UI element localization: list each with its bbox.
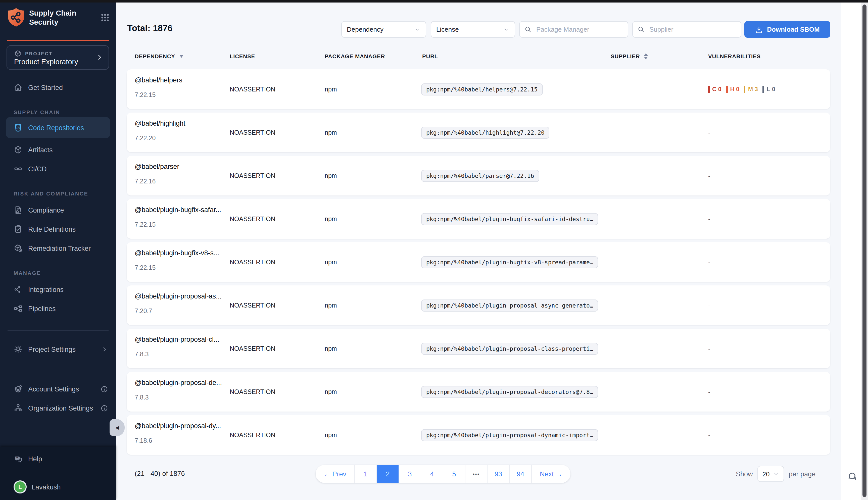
package-manager-search[interactable] bbox=[519, 21, 628, 38]
table-row[interactable]: @babel/plugin-bugfix-safar... 7.22.15 NO… bbox=[127, 199, 830, 239]
sidebar-item-help[interactable]: ? Help bbox=[0, 450, 116, 468]
dependency-version: 7.20.7 bbox=[135, 308, 152, 315]
vulnerabilities-cell: - bbox=[708, 345, 710, 352]
page-button[interactable]: ← Prev bbox=[316, 465, 355, 483]
sidebar-item-compliance[interactable]: Compliance bbox=[0, 201, 116, 219]
user-menu[interactable]: L Lavakush bbox=[0, 478, 116, 496]
sidebar-item-code-repositories[interactable]: </> Code Repositories bbox=[6, 117, 110, 138]
svg-text:?: ? bbox=[16, 456, 18, 459]
table-body: @babel/helpers 7.22.15 NOASSERTION npm p… bbox=[127, 69, 830, 458]
license-cell: NOASSERTION bbox=[230, 345, 275, 352]
page-button[interactable]: ••• bbox=[465, 465, 488, 483]
info-icon[interactable] bbox=[101, 404, 108, 412]
brand-divider bbox=[7, 40, 109, 41]
sidebar-collapse-handle[interactable]: ◀ bbox=[110, 419, 125, 436]
table-row[interactable]: @babel/plugin-proposal-dy... 7.18.6 NOAS… bbox=[127, 415, 830, 455]
vulnerabilities-cell: - bbox=[708, 431, 710, 439]
vulnerabilities-cell: - bbox=[708, 172, 710, 179]
sidebar-item-account-settings[interactable]: Account Settings bbox=[0, 379, 116, 398]
sidebar-item-artifacts[interactable]: Artifacts bbox=[0, 140, 116, 159]
package-manager-cell: npm bbox=[325, 86, 337, 93]
dependency-name: @babel/plugin-proposal-as... bbox=[135, 293, 222, 300]
column-header-vulnerabilities: VULNERABILITIES bbox=[708, 53, 761, 59]
sidebar-item-cicd[interactable]: CI/CD bbox=[0, 159, 116, 178]
vuln-low-chip: L0 bbox=[763, 86, 776, 93]
purl-cell: pkg:npm/%40babel/plugin-bugfix-safari-id… bbox=[421, 215, 598, 223]
dependency-name: @babel/plugin-proposal-de... bbox=[135, 379, 222, 386]
purl-badge: pkg:npm/%40babel/plugin-bugfix-v8-spread… bbox=[421, 256, 598, 268]
infinity-icon bbox=[14, 164, 23, 173]
page-button[interactable]: 1 bbox=[355, 465, 377, 483]
sidebar-item-label: Organization Settings bbox=[28, 404, 93, 412]
column-header-dependency[interactable]: DEPENDENCY bbox=[135, 53, 184, 59]
page-button[interactable]: 94 bbox=[510, 465, 532, 483]
right-side-strip bbox=[841, 2, 861, 500]
purl-badge: pkg:npm/%40babel/highlight@7.22.20 bbox=[421, 126, 550, 138]
pagination-range: (21 - 40) of 1876 bbox=[135, 470, 185, 477]
sidebar-item-label: Rule Definitions bbox=[28, 225, 76, 233]
sidebar-item-label: Artifacts bbox=[28, 146, 53, 154]
scrollbar-thumb[interactable] bbox=[863, 4, 867, 497]
license-filter-select[interactable]: License bbox=[431, 21, 515, 38]
svg-text:</>: </> bbox=[15, 126, 21, 130]
page-size-select[interactable]: 20 bbox=[757, 466, 784, 482]
info-icon[interactable] bbox=[101, 385, 108, 393]
sidebar-item-remediation-tracker[interactable]: Remediation Tracker bbox=[0, 239, 116, 258]
page-button[interactable]: 5 bbox=[443, 465, 465, 483]
purl-badge: pkg:npm/%40babel/plugin-proposal-decorat… bbox=[421, 386, 598, 398]
project-name: Product Exploratory bbox=[14, 58, 78, 66]
dependency-name: @babel/helpers bbox=[135, 76, 182, 84]
sidebar-item-label: Pipelines bbox=[28, 305, 56, 312]
package-manager-input[interactable] bbox=[535, 25, 623, 34]
download-sbom-button[interactable]: Download SBOM bbox=[744, 21, 830, 38]
vuln-critical-chip: C0 bbox=[708, 86, 721, 93]
table-row[interactable]: @babel/helpers 7.22.15 NOASSERTION npm p… bbox=[127, 69, 830, 109]
dependency-version: 7.8.3 bbox=[135, 394, 149, 401]
vuln-empty: - bbox=[708, 431, 710, 439]
dependency-version: 7.22.20 bbox=[135, 135, 156, 142]
sidebar-item-rule-definitions[interactable]: Rule Definitions bbox=[0, 219, 116, 239]
table-row[interactable]: @babel/plugin-proposal-de... 7.8.3 NOASS… bbox=[127, 372, 830, 411]
supplier-search[interactable] bbox=[632, 21, 741, 38]
box-icon bbox=[14, 145, 23, 154]
sidebar-item-label: Get Started bbox=[28, 84, 63, 91]
sidebar-item-organization-settings[interactable]: Organization Settings bbox=[0, 398, 116, 418]
vulnerabilities-cell: - bbox=[708, 215, 710, 223]
page-button[interactable]: 3 bbox=[399, 465, 421, 483]
feedback-chat-icon[interactable] bbox=[846, 471, 857, 482]
search-icon bbox=[637, 26, 645, 33]
package-manager-cell: npm bbox=[325, 172, 337, 179]
sidebar-item-pipelines[interactable]: Pipelines bbox=[0, 299, 116, 318]
sidebar-item-get-started[interactable]: Get Started bbox=[0, 78, 116, 97]
scrollbar-track[interactable] bbox=[861, 2, 868, 500]
vuln-medium-chip: M3 bbox=[744, 86, 758, 93]
avatar: L bbox=[14, 480, 27, 493]
table-row[interactable]: @babel/highlight 7.22.20 NOASSERTION npm… bbox=[127, 113, 830, 152]
table-row[interactable]: @babel/parser 7.22.16 NOASSERTION npm pk… bbox=[127, 156, 830, 195]
apps-grid-icon[interactable] bbox=[100, 13, 110, 23]
collapse-arrow-icon: ◀ bbox=[115, 425, 119, 430]
table-row[interactable]: @babel/plugin-proposal-cl... 7.8.3 NOASS… bbox=[127, 329, 830, 368]
page-button[interactable]: Next → bbox=[532, 465, 570, 483]
dependency-filter-select[interactable]: Dependency bbox=[341, 21, 426, 38]
page-button[interactable]: 4 bbox=[421, 465, 443, 483]
purl-cell: pkg:npm/%40babel/plugin-proposal-decorat… bbox=[421, 388, 598, 395]
dependency-name: @babel/highlight bbox=[135, 120, 185, 127]
license-cell: NOASSERTION bbox=[230, 388, 275, 395]
sidebar-item-project-settings[interactable]: Project Settings bbox=[0, 340, 116, 359]
project-selector[interactable]: PROJECT Product Exploratory bbox=[7, 45, 109, 70]
column-header-supplier[interactable]: SUPPLIER bbox=[611, 53, 648, 59]
table-row[interactable]: @babel/plugin-bugfix-v8-s... 7.22.15 NOA… bbox=[127, 242, 830, 282]
sidebar-item-label: Project Settings bbox=[28, 345, 76, 353]
page-button[interactable]: 2 bbox=[377, 465, 399, 483]
page-button[interactable]: 93 bbox=[488, 465, 510, 483]
table-row[interactable]: @babel/plugin-proposal-as... 7.20.7 NOAS… bbox=[127, 285, 830, 325]
project-label: PROJECT bbox=[25, 51, 53, 56]
document-search-icon bbox=[14, 205, 23, 215]
sidebar-item-integrations[interactable]: Integrations bbox=[0, 280, 116, 299]
supplier-input[interactable] bbox=[648, 25, 736, 34]
license-cell: NOASSERTION bbox=[230, 172, 275, 179]
license-cell: NOASSERTION bbox=[230, 129, 275, 136]
purl-badge: pkg:npm/%40babel/plugin-bugfix-safari-id… bbox=[421, 213, 598, 225]
chevron-down-icon bbox=[773, 471, 779, 477]
